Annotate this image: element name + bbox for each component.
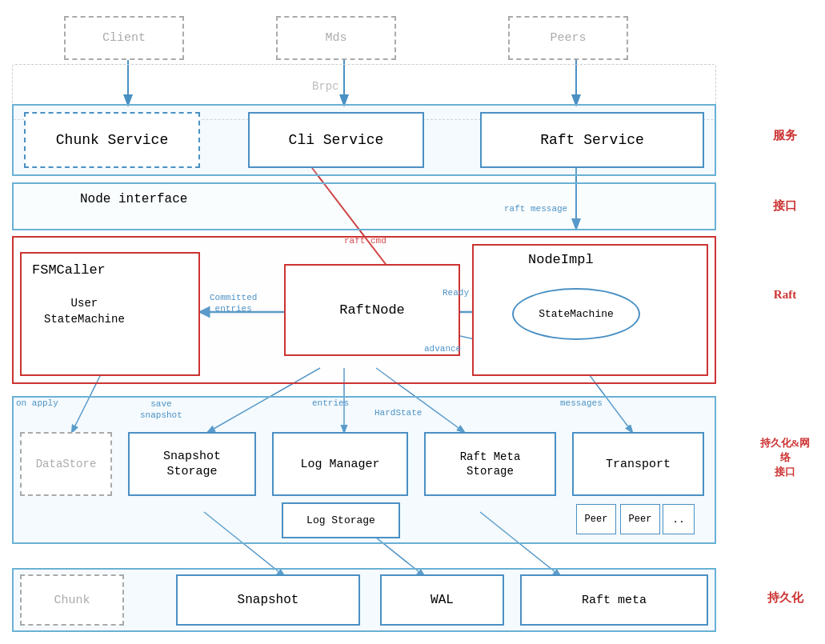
- hardstate-label: HardState: [374, 408, 422, 418]
- wal-persist-box: WAL: [380, 574, 504, 626]
- chunk-persist-label: Chunk: [54, 594, 90, 607]
- committed-entries-label: Committedentries: [210, 292, 257, 315]
- raft-layer-label: Raft: [757, 288, 813, 302]
- snapshot-persist-label: Snapshot: [238, 593, 299, 607]
- on-apply-label: on apply: [16, 398, 58, 408]
- raft-meta-persist-box: Raft meta: [520, 574, 708, 626]
- entries-label: entries: [312, 398, 349, 408]
- log-manager-box: Log Manager: [272, 432, 408, 496]
- client-label: Client: [102, 31, 146, 45]
- interface-layer-label: 接口: [757, 198, 813, 214]
- wal-persist-label: WAL: [431, 593, 454, 607]
- cli-service-box: Cli Service: [248, 112, 424, 168]
- log-storage-label: Log Storage: [306, 514, 375, 526]
- peer2-box: Peer: [620, 504, 660, 534]
- ready-label: Ready: [443, 288, 469, 298]
- node-interface-label: Node interface: [80, 192, 187, 206]
- datastore-label: DataStore: [36, 458, 97, 470]
- raft-service-label: Raft Service: [540, 132, 644, 148]
- raft-meta-storage-box: Raft MetaStorage: [424, 432, 556, 496]
- cli-service-label: Cli Service: [289, 132, 384, 148]
- transport-label: Transport: [606, 458, 671, 471]
- log-storage-box: Log Storage: [282, 502, 400, 538]
- services-layer-label: 服务: [757, 128, 813, 143]
- peers-more-box: ..: [663, 504, 695, 534]
- user-statemachine-label: UserStateMachine: [44, 296, 125, 327]
- snapshot-persist-box: Snapshot: [176, 574, 360, 626]
- raftnode-box: RaftNode: [284, 264, 460, 356]
- client-box: Client: [64, 16, 184, 60]
- messages-label: messages: [560, 398, 603, 408]
- chunk-service-box: Chunk Service: [24, 112, 200, 168]
- interface-layer: [12, 182, 716, 230]
- transport-box: Transport: [572, 432, 704, 496]
- architecture-diagram: Client Mds Peers Brpc Chunk Service Cli …: [0, 0, 825, 644]
- persistence-layer-label: 持久化: [757, 590, 813, 606]
- peers-label: Peers: [550, 31, 586, 45]
- datastore-box: DataStore: [20, 432, 112, 496]
- log-manager-label: Log Manager: [300, 458, 379, 471]
- raft-service-box: Raft Service: [480, 112, 704, 168]
- chunk-persist-box: Chunk: [20, 574, 124, 626]
- raftnode-label: RaftNode: [339, 302, 405, 318]
- advance-label: advance: [424, 344, 461, 354]
- chunk-service-label: Chunk Service: [56, 132, 168, 148]
- statemachine-label: StateMachine: [539, 308, 614, 320]
- peer1-box: Peer: [576, 504, 616, 534]
- mds-label: Mds: [325, 31, 346, 45]
- statemachine-box: StateMachine: [512, 288, 640, 340]
- nodeimpl-label: NodeImpl: [528, 252, 594, 267]
- fsmcaller-label: FSMCaller: [32, 262, 106, 278]
- raft-message-label: raft message: [504, 204, 567, 214]
- raft-meta-persist-label: Raft meta: [582, 594, 647, 607]
- save-snapshot-label: savesnapshot: [140, 398, 182, 422]
- snapshot-storage-box: SnapshotStorage: [128, 432, 256, 496]
- peers-box: Peers: [508, 16, 628, 60]
- storage-layer-label: 持久化&网络接口: [757, 436, 813, 479]
- mds-box: Mds: [276, 16, 396, 60]
